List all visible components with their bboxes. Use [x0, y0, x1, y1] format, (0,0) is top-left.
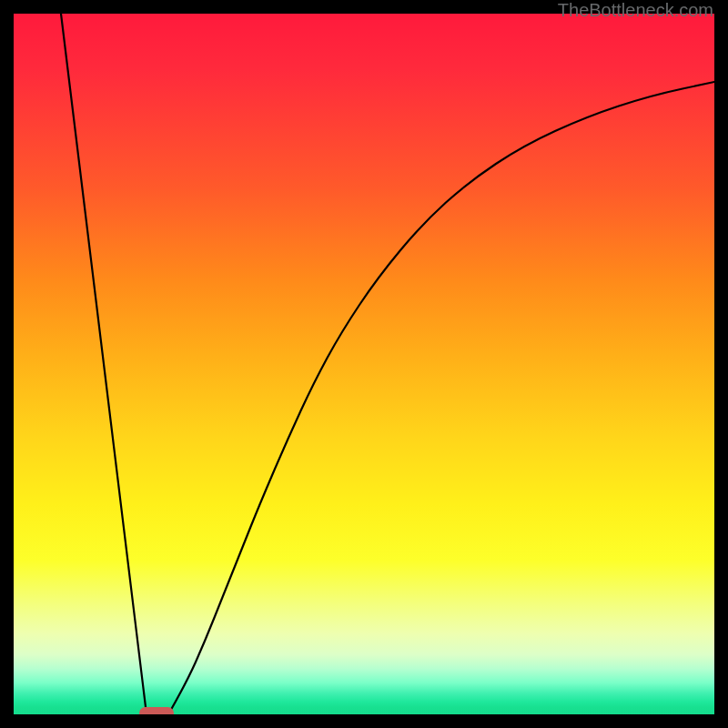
plot-area: [14, 14, 714, 714]
chart-frame: TheBottleneck.com: [0, 0, 728, 728]
curve-left-leg: [61, 14, 147, 714]
minimum-marker: [139, 707, 174, 715]
chart-svg: [14, 14, 714, 714]
curve-right: [168, 82, 714, 714]
